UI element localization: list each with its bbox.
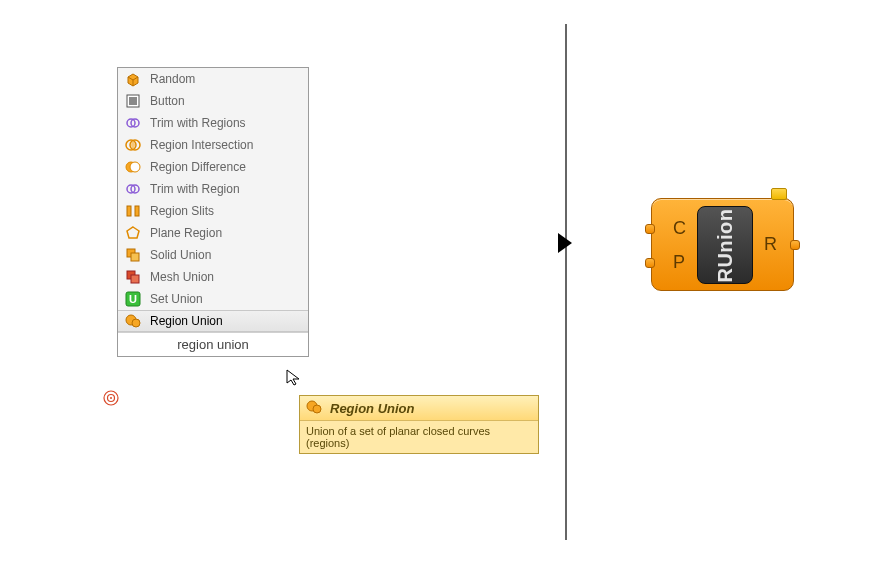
menu-item-trim-region[interactable]: Trim with Region [118, 178, 308, 200]
menu-item-region-difference[interactable]: Region Difference [118, 156, 308, 178]
menu-item-trim-regions[interactable]: Trim with Regions [118, 112, 308, 134]
tooltip-description: Union of a set of planar closed curves (… [300, 421, 538, 453]
menu-item-label: Region Union [150, 314, 223, 328]
input-grip-p[interactable] [645, 258, 655, 268]
box-orange-icon [124, 70, 142, 88]
tooltip-title: Region Union [330, 401, 415, 416]
input-grip-c[interactable] [645, 224, 655, 234]
output-label-r: R [764, 234, 777, 255]
menu-item-label: Trim with Region [150, 182, 240, 196]
menu-item-solid-union[interactable]: Solid Union [118, 244, 308, 266]
menu-item-label: Button [150, 94, 185, 108]
two-circles-orange-icon [124, 158, 142, 176]
component-flag[interactable] [771, 188, 787, 200]
svg-marker-16 [127, 227, 139, 238]
menu-item-label: Region Difference [150, 160, 246, 174]
svg-text:U: U [129, 293, 137, 305]
component-region-union[interactable]: C P R RUnion [651, 198, 794, 291]
search-input-row[interactable]: region union [118, 332, 308, 356]
menu-item-region-slits[interactable]: Region Slits [118, 200, 308, 222]
svg-rect-15 [135, 206, 139, 216]
two-boxes-orange-icon [124, 246, 142, 264]
svg-point-24 [132, 319, 140, 327]
menu-item-label: Plane Region [150, 226, 222, 240]
brackets-orange-icon [124, 202, 142, 220]
svg-marker-28 [287, 370, 299, 385]
menu-item-region-intersection[interactable]: Region Intersection [118, 134, 308, 156]
divider-line [565, 24, 567, 540]
menu-item-set-union[interactable]: U Set Union [118, 288, 308, 310]
menu-item-mesh-union[interactable]: Mesh Union [118, 266, 308, 288]
svg-rect-14 [127, 206, 131, 216]
arrow-right-icon [558, 233, 572, 253]
two-boxes-red-icon [124, 268, 142, 286]
button-square-icon [124, 92, 142, 110]
context-menu: Random Button Trim with Regions Region I… [117, 67, 309, 357]
input-label-c: C [673, 218, 686, 239]
venn-orange-icon [124, 136, 142, 154]
menu-item-region-union[interactable]: Region Union [118, 310, 308, 332]
svg-point-30 [313, 405, 321, 413]
search-text: region union [177, 337, 249, 352]
menu-item-label: Trim with Regions [150, 116, 246, 130]
svg-point-27 [110, 397, 112, 399]
u-green-icon: U [124, 290, 142, 308]
cursor-icon [286, 369, 304, 387]
menu-item-random[interactable]: Random [118, 68, 308, 90]
tooltip-header: Region Union [300, 396, 538, 421]
svg-rect-5 [129, 97, 137, 105]
menu-item-button[interactable]: Button [118, 90, 308, 112]
menu-item-label: Random [150, 72, 195, 86]
pentagon-orange-icon [124, 224, 142, 242]
svg-rect-18 [131, 253, 139, 261]
target-icon [102, 389, 120, 407]
svg-point-11 [130, 162, 140, 172]
two-circles-purple-icon [124, 114, 142, 132]
menu-item-label: Region Intersection [150, 138, 253, 152]
menu-item-label: Solid Union [150, 248, 211, 262]
tooltip: Region Union Union of a set of planar cl… [299, 395, 539, 454]
input-label-p: P [673, 252, 685, 273]
menu-item-label: Mesh Union [150, 270, 214, 284]
blobs-orange-icon [124, 312, 142, 330]
svg-rect-20 [131, 275, 139, 283]
component-core: RUnion [697, 206, 753, 284]
component-name: RUnion [714, 208, 737, 282]
two-circles-purple-icon [124, 180, 142, 198]
menu-item-plane-region[interactable]: Plane Region [118, 222, 308, 244]
blobs-orange-icon [306, 399, 324, 417]
menu-item-label: Region Slits [150, 204, 214, 218]
menu-item-label: Set Union [150, 292, 203, 306]
output-grip-r[interactable] [790, 240, 800, 250]
